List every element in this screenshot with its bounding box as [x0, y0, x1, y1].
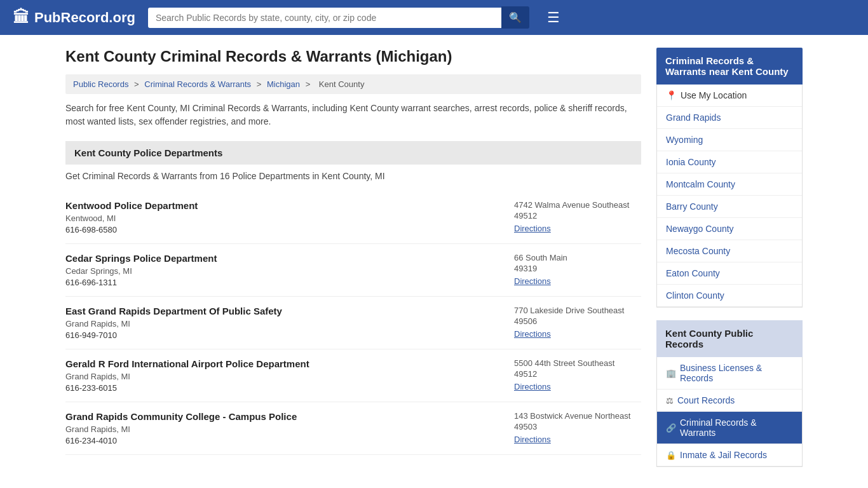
sidebar-item-criminal-records[interactable]: 🔗 Criminal Records & Warrants: [657, 412, 802, 444]
hamburger-menu[interactable]: ☰: [547, 10, 560, 26]
dept-zip: 49512: [514, 369, 641, 379]
sidebar-item-use-location[interactable]: 📍 Use My Location: [657, 85, 802, 107]
breadcrumb-public-records[interactable]: Public Records: [73, 79, 128, 89]
dept-name: Gerald R Ford International Airport Poli…: [65, 358, 501, 369]
section-sub: Get Criminal Records & Warrants from 16 …: [65, 171, 641, 181]
dept-city: Cedar Springs, MI: [65, 266, 501, 276]
dept-zip: 49512: [514, 211, 641, 220]
breadcrumb: Public Records > Criminal Records & Warr…: [65, 74, 641, 94]
dept-zip: 49503: [514, 422, 641, 431]
sidebar-item-newaygo-county[interactable]: Newaygo County: [657, 218, 802, 240]
logo-text: PubRecord.org: [34, 10, 135, 26]
sidebar-item-label: Business Licenses & Records: [680, 363, 793, 383]
directions-link[interactable]: Directions: [514, 276, 551, 286]
nearby-list: 📍 Use My Location Grand Rapids Wyoming I…: [656, 85, 803, 308]
sidebar-item-label: Ionia County: [666, 157, 716, 167]
sidebar-item-court-records[interactable]: ⚖ Court Records: [657, 390, 802, 412]
directions-link[interactable]: Directions: [514, 435, 551, 444]
sidebar-item-mecosta-county[interactable]: Mecosta County: [657, 240, 802, 262]
dept-zip: 49319: [514, 264, 641, 273]
sidebar-item-label: Inmate & Jail Records: [680, 450, 767, 460]
dept-name: East Grand Rapids Department Of Public S…: [65, 306, 501, 316]
scales-icon: ⚖: [666, 396, 674, 405]
page-description: Search for free Kent County, MI Criminal…: [65, 102, 641, 128]
search-button[interactable]: 🔍: [501, 6, 529, 29]
page-title: Kent County Criminal Records & Warrants …: [65, 48, 641, 65]
dept-phone: 616-949-7010: [65, 330, 501, 340]
main-content: Kent County Criminal Records & Warrants …: [65, 48, 641, 467]
sidebar-item-montcalm-county[interactable]: Montcalm County: [657, 173, 802, 196]
dept-phone: 616-698-6580: [65, 225, 501, 234]
sidebar-item-barry-county[interactable]: Barry County: [657, 196, 802, 218]
sidebar-item-label: Barry County: [666, 201, 718, 212]
public-records-section-title: Kent County Public Records: [656, 320, 803, 357]
sidebar-item-inmate-records[interactable]: 🔒 Inmate & Jail Records: [657, 444, 802, 466]
table-row: East Grand Rapids Department Of Public S…: [65, 297, 641, 349]
logo[interactable]: 🏛 PubRecord.org: [13, 8, 135, 27]
nearby-section-title: Criminal Records & Warrants near Kent Co…: [656, 48, 803, 85]
location-icon: 📍: [666, 90, 677, 100]
breadcrumb-michigan[interactable]: Michigan: [267, 79, 300, 89]
sidebar-item-label: Use My Location: [681, 90, 747, 100]
sidebar-item-label: Grand Rapids: [666, 112, 721, 123]
table-row: Cedar Springs Police Department Cedar Sp…: [65, 244, 641, 297]
dept-city: Grand Rapids, MI: [65, 424, 501, 434]
dept-city: Kentwood, MI: [65, 214, 501, 223]
sidebar-item-label: Mecosta County: [666, 246, 730, 256]
sidebar-item-label: Clinton County: [666, 290, 724, 301]
search-input[interactable]: [148, 8, 501, 28]
briefcase-icon: 🏢: [666, 369, 676, 378]
sidebar: Criminal Records & Warrants near Kent Co…: [656, 48, 803, 467]
site-header: 🏛 PubRecord.org 🔍 ☰: [0, 0, 868, 35]
search-icon: 🔍: [509, 12, 522, 23]
table-row: Kentwood Police Department Kentwood, MI …: [65, 191, 641, 244]
sidebar-item-wyoming[interactable]: Wyoming: [657, 129, 802, 151]
search-bar: 🔍: [148, 6, 529, 29]
dept-street: 143 Bostwick Avenue Northeast: [514, 411, 641, 421]
dept-street: 5500 44th Street Southeast: [514, 358, 641, 368]
dept-phone: 616-696-1311: [65, 278, 501, 287]
departments-list: Kentwood Police Department Kentwood, MI …: [65, 191, 641, 455]
sidebar-item-label: Eaton County: [666, 268, 720, 278]
dept-phone: 616-233-6015: [65, 383, 501, 393]
section-header: Kent County Police Departments: [65, 141, 641, 165]
sidebar-item-label: Newaygo County: [666, 224, 734, 234]
dept-street: 4742 Walma Avenue Southeast: [514, 200, 641, 210]
directions-link[interactable]: Directions: [514, 329, 551, 339]
logo-icon: 🏛: [13, 8, 29, 27]
sidebar-item-eaton-county[interactable]: Eaton County: [657, 262, 802, 285]
dept-street: 66 South Main: [514, 253, 641, 262]
link-icon: 🔗: [666, 423, 676, 433]
table-row: Grand Rapids Community College - Campus …: [65, 402, 641, 455]
sidebar-item-ionia-county[interactable]: Ionia County: [657, 151, 802, 173]
dept-name: Grand Rapids Community College - Campus …: [65, 411, 501, 422]
table-row: Gerald R Ford International Airport Poli…: [65, 349, 641, 402]
sidebar-item-business-licenses[interactable]: 🏢 Business Licenses & Records: [657, 357, 802, 390]
sidebar-item-label: Wyoming: [666, 135, 703, 145]
public-records-list: 🏢 Business Licenses & Records ⚖ Court Re…: [656, 357, 803, 467]
sidebar-item-clinton-county[interactable]: Clinton County: [657, 285, 802, 307]
main-container: Kent County Criminal Records & Warrants …: [53, 35, 815, 480]
dept-city: Grand Rapids, MI: [65, 319, 501, 329]
breadcrumb-criminal-records[interactable]: Criminal Records & Warrants: [144, 79, 251, 89]
sidebar-item-label: Criminal Records & Warrants: [680, 417, 793, 438]
dept-name: Kentwood Police Department: [65, 200, 501, 211]
dept-city: Grand Rapids, MI: [65, 372, 501, 381]
dept-street: 770 Lakeside Drive Southeast: [514, 306, 641, 315]
sidebar-item-label: Montcalm County: [666, 179, 735, 189]
lock-icon: 🔒: [666, 451, 676, 460]
dept-zip: 49506: [514, 316, 641, 326]
sidebar-item-grand-rapids[interactable]: Grand Rapids: [657, 107, 802, 129]
dept-phone: 616-234-4010: [65, 436, 501, 445]
directions-link[interactable]: Directions: [514, 224, 551, 233]
dept-name: Cedar Springs Police Department: [65, 253, 501, 264]
breadcrumb-kent-county: Kent County: [319, 79, 365, 89]
directions-link[interactable]: Directions: [514, 382, 551, 391]
sidebar-item-label: Court Records: [677, 395, 735, 405]
